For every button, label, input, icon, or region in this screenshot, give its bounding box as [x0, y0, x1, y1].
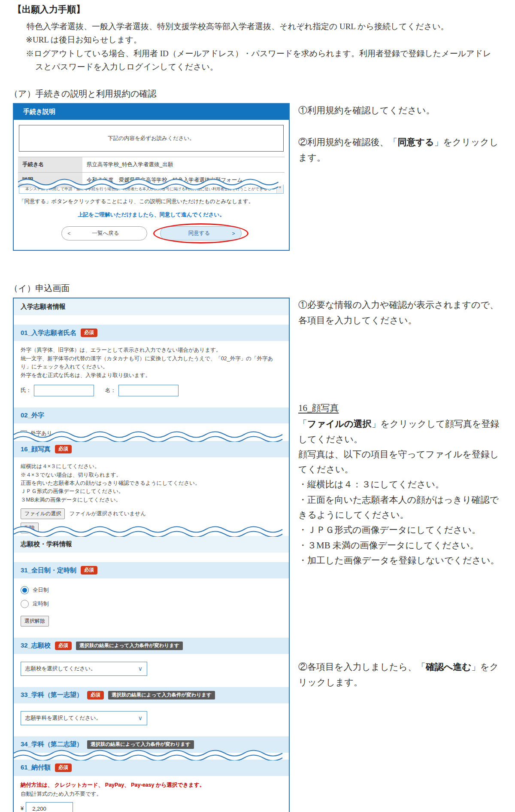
read-notice: 下記の内容を必ずお読みください。: [19, 125, 284, 152]
annotation-step2: ②利用規約を確認後、「同意する」をクリックします。: [298, 135, 507, 165]
photo-annotation-block: 16_顔写真 「ファイルの選択」をクリックして顔写真を登録してください。 顔写真…: [298, 402, 507, 568]
conditional-badge: 選択肢の結果によって入力条件が変わります: [87, 740, 194, 749]
annotation-step1: ①必要な情報の入力や確認が表示されますので、各項目を入力してください。: [298, 298, 507, 328]
note-url: ※URL は後日お知らせします。: [13, 33, 507, 46]
agree-button[interactable]: 同意する >: [160, 226, 242, 240]
section-16-bar: 16_顔写真 必須: [14, 441, 289, 457]
photo-bullet-3: ・ＪＰＧ形式の画像データにしてください。: [298, 523, 507, 538]
intro-paragraph: 特色入学者選抜、一般入学者選抜、特別支援学校高等部入学者選抜、それぞれ指定の U…: [13, 20, 507, 33]
photo-annotation-title: 16_顔写真: [298, 402, 507, 414]
photo-rule-4: ＪＰＧ形式の画像データにしてください。: [21, 487, 282, 496]
photo-rule-1: 縦横比は４×３にしてください。: [21, 462, 282, 471]
fulltime-radio-label: 全日制: [33, 586, 49, 594]
currency-symbol: ¥: [21, 804, 24, 812]
procedure-name-value: 県立高等学校_特色入学者選抜_出願: [82, 157, 285, 172]
procedure-name-row: 手続き名 県立高等学校_特色入学者選抜_出願: [18, 157, 285, 172]
section-61-bar: 61_納付額 必須: [14, 760, 289, 776]
photo-rule-5: ３MB未満の画像データにしてください。: [21, 496, 282, 504]
photo-bullet-2: ・正面を向いた志願者本人の顔がはっきり確認できるようにしてください。: [298, 493, 507, 523]
terms-screen-title: 手続き説明: [14, 104, 289, 120]
photo-annotation-line1: 「ファイルの選択」をクリックして顔写真を登録してください。: [298, 417, 507, 447]
section-b-row: 入学志願者情報 01_入学志願者氏名 必須 外字（異字体、旧字体）は、エラーとし…: [13, 298, 507, 812]
family-name-input[interactable]: [34, 385, 94, 396]
section-31-bar: 31_全日制・定時制 必須: [14, 562, 289, 578]
school-select[interactable]: 志願校を選択してください。 ∨: [21, 662, 147, 676]
chevron-left-icon: <: [68, 231, 71, 237]
required-badge: 必須: [81, 566, 97, 575]
photo-annotation-line2: 顔写真は、以下の項目を守ってファイルを登録してください。: [298, 447, 507, 477]
truncation-wave: [18, 178, 285, 189]
agree-explanation: 「同意する」ボタンをクリックすることにより、この説明に同意いただけたものとみなし…: [19, 198, 284, 205]
required-badge: 必須: [55, 445, 72, 453]
auto-calc-note: 自動計算式のため入力不要です。: [21, 790, 282, 798]
parttime-radio-label: 定時制: [33, 600, 49, 608]
school-info-header: 志願校・学科情報: [14, 536, 289, 557]
section-01-bar: 01_入学志願者氏名 必須: [14, 325, 289, 341]
gaiji-note-1: 外字（異字体、旧字体）は、エラーとして表示され入力できない場合があります。: [21, 346, 282, 354]
conditional-badge: 選択肢の結果によって入力条件が変わります: [108, 691, 215, 699]
photo-rule-2: ※４×３でない場合は、切り取られます。: [21, 471, 282, 479]
given-name-input[interactable]: [118, 385, 179, 396]
photo-rule-3: 正面を向いた志願者本人の顔がはっきり確認できるようにしてください。: [21, 479, 282, 487]
parttime-radio[interactable]: [21, 600, 29, 608]
gaiji-note-3: 外字を含む正式な氏名は、入学後より取り扱います。: [21, 371, 282, 380]
chevron-down-icon: ∨: [138, 664, 142, 674]
annotation-step1: ①利用規約を確認してください。: [298, 103, 507, 119]
section-33-bar: 33_学科（第一志望） 必須 選択肢の結果によって入力条件が変わります: [14, 687, 289, 703]
conditional-badge: 選択肢の結果によって入力条件が変わります: [76, 642, 183, 650]
fulltime-radio-selected[interactable]: [21, 586, 29, 594]
agree-prompt: 上記をご理解いただけましたら、同意して進んでください。: [18, 211, 285, 219]
annotation-step2: ②各項目を入力しましたら、「確認へ進む」をクリックします。: [298, 660, 507, 690]
photo-bullet-1: ・縦横比は４：３にしてください。: [298, 477, 507, 492]
applicant-info-header: 入学志願者情報: [14, 298, 289, 319]
truncation-wave: [14, 526, 289, 537]
amount-input[interactable]: [26, 802, 73, 812]
given-name-label: 名：: [105, 386, 116, 395]
required-badge: 必須: [55, 763, 72, 772]
section-b-heading: （イ）申込画面: [9, 283, 507, 294]
section-a-row: 手続き説明 下記の内容を必ずお読みください。 手続き名 県立高等学校_特色入学者…: [13, 103, 507, 251]
file-select-button[interactable]: ファイルの選択: [21, 508, 65, 519]
procedure-name-label: 手続き名: [18, 157, 82, 172]
document-page: 【出願入力手順】 特色入学者選抜、一般入学者選抜、特別支援学校高等部入学者選抜、…: [0, 0, 515, 812]
note-logout: ※ログアウトしている場合、利用者 ID（メールアドレス）・パスワードを求められま…: [13, 47, 507, 74]
section-02-bar: 02_外字: [14, 408, 289, 423]
screenshot-terms: 手続き説明 下記の内容を必ずお読みください。 手続き名 県立高等学校_特色入学者…: [13, 103, 290, 251]
payment-methods-note: 納付方法は、 クレジットカード、 PayPay、 Pay-easy から選択でき…: [21, 781, 282, 789]
required-badge: 必須: [55, 642, 72, 650]
screenshot-application-form: 入学志願者情報 01_入学志願者氏名 必須 外字（異字体、旧字体）は、エラーとし…: [13, 298, 290, 812]
file-status-text: ファイルが選択されていません: [69, 510, 146, 518]
photo-bullet-4: ・３MB 未満の画像データにしてください。: [298, 538, 507, 553]
section-32-bar: 32_志願校 必須 選択肢の結果によって入力条件が変わります: [14, 638, 289, 654]
truncation-wave: [14, 749, 289, 760]
department-first-select[interactable]: 志願学科を選択してください。 ∨: [21, 711, 147, 725]
section-a-heading: （ア）手続きの説明と利用規約の確認: [9, 88, 507, 100]
doc-title: 【出願入力手順】: [13, 3, 507, 15]
chevron-down-icon: ∨: [138, 714, 142, 723]
clear-selection-button[interactable]: 選択解除: [21, 616, 49, 626]
required-badge: 必須: [87, 691, 104, 699]
back-to-list-button[interactable]: < 一覧へ戻る: [61, 226, 147, 240]
gaiji-note-2: 統一文字、新字体等の代替の漢字（カタカナも可）に変換して入力したうえで、「02_…: [21, 355, 282, 371]
chevron-right-icon: >: [232, 231, 235, 237]
family-name-label: 氏：: [21, 386, 31, 395]
required-badge: 必須: [81, 328, 97, 337]
photo-bullet-5: ・加工した画像データを登録しないでください。: [298, 553, 507, 568]
truncation-wave: [14, 431, 289, 442]
